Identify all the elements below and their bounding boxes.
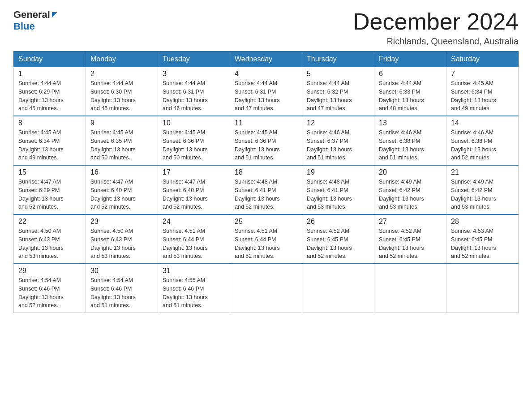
calendar-cell: 5Sunrise: 4:44 AMSunset: 6:32 PMDaylight… [302, 67, 374, 116]
day-number: 14 [451, 119, 514, 127]
calendar-cell: 23Sunrise: 4:50 AMSunset: 6:43 PMDayligh… [86, 214, 158, 264]
day-info: Sunrise: 4:49 AMSunset: 6:42 PMDaylight:… [379, 178, 442, 211]
day-info: Sunrise: 4:50 AMSunset: 6:43 PMDaylight:… [90, 227, 153, 261]
day-number: 13 [379, 119, 442, 127]
calendar-cell: 1Sunrise: 4:44 AMSunset: 6:29 PMDaylight… [14, 67, 86, 116]
calendar-cell: 16Sunrise: 4:47 AMSunset: 6:40 PMDayligh… [86, 165, 158, 214]
day-number: 22 [18, 218, 81, 226]
calendar-cell: 11Sunrise: 4:45 AMSunset: 6:36 PMDayligh… [230, 116, 302, 165]
calendar-cell [446, 264, 519, 313]
weekday-header-tuesday: Tuesday [158, 51, 230, 67]
day-number: 21 [451, 168, 514, 176]
day-number: 28 [451, 218, 514, 226]
logo-blue: Blue [13, 21, 35, 32]
day-number: 27 [379, 218, 442, 226]
calendar-cell [374, 264, 446, 313]
day-info: Sunrise: 4:52 AMSunset: 6:45 PMDaylight:… [307, 227, 369, 261]
calendar-cell: 15Sunrise: 4:47 AMSunset: 6:39 PMDayligh… [14, 165, 86, 214]
week-row-5: 29Sunrise: 4:54 AMSunset: 6:46 PMDayligh… [14, 264, 519, 313]
day-number: 8 [18, 119, 81, 127]
calendar-cell: 6Sunrise: 4:44 AMSunset: 6:33 PMDaylight… [374, 67, 446, 116]
day-number: 19 [307, 168, 369, 176]
weekday-header-monday: Monday [86, 51, 158, 67]
calendar-cell: 20Sunrise: 4:49 AMSunset: 6:42 PMDayligh… [374, 165, 446, 214]
day-number: 24 [163, 218, 225, 226]
week-row-2: 8Sunrise: 4:45 AMSunset: 6:34 PMDaylight… [14, 116, 519, 165]
day-info: Sunrise: 4:44 AMSunset: 6:29 PMDaylight:… [18, 79, 81, 113]
logo-text: General Blue [13, 9, 57, 32]
day-info: Sunrise: 4:55 AMSunset: 6:46 PMDaylight:… [163, 276, 225, 310]
day-number: 31 [163, 267, 225, 275]
logo: General Blue [13, 9, 57, 32]
calendar-cell: 18Sunrise: 4:48 AMSunset: 6:41 PMDayligh… [230, 165, 302, 214]
day-number: 12 [307, 119, 369, 127]
calendar-cell [230, 264, 302, 313]
day-info: Sunrise: 4:47 AMSunset: 6:40 PMDaylight:… [163, 178, 225, 211]
day-info: Sunrise: 4:45 AMSunset: 6:34 PMDaylight:… [451, 79, 514, 113]
day-info: Sunrise: 4:45 AMSunset: 6:35 PMDaylight:… [90, 128, 153, 162]
day-info: Sunrise: 4:45 AMSunset: 6:34 PMDaylight:… [18, 128, 81, 162]
day-info: Sunrise: 4:45 AMSunset: 6:36 PMDaylight:… [235, 128, 297, 162]
day-number: 29 [18, 267, 81, 275]
day-number: 25 [235, 218, 297, 226]
page-header: General Blue December 2024 Richlands, Qu… [13, 9, 519, 47]
day-number: 16 [90, 168, 153, 176]
day-info: Sunrise: 4:45 AMSunset: 6:36 PMDaylight:… [163, 128, 225, 162]
calendar-cell: 10Sunrise: 4:45 AMSunset: 6:36 PMDayligh… [158, 116, 230, 165]
day-info: Sunrise: 4:50 AMSunset: 6:43 PMDaylight:… [18, 227, 81, 261]
calendar-cell: 9Sunrise: 4:45 AMSunset: 6:35 PMDaylight… [86, 116, 158, 165]
day-info: Sunrise: 4:52 AMSunset: 6:45 PMDaylight:… [379, 227, 442, 261]
calendar-table: SundayMondayTuesdayWednesdayThursdayFrid… [13, 51, 519, 313]
weekday-header-sunday: Sunday [14, 51, 86, 67]
day-info: Sunrise: 4:46 AMSunset: 6:38 PMDaylight:… [379, 128, 442, 162]
month-title: December 2024 [353, 9, 519, 34]
calendar-cell [302, 264, 374, 313]
day-number: 18 [235, 168, 297, 176]
location-title: Richlands, Queensland, Australia [353, 36, 519, 47]
calendar-cell: 7Sunrise: 4:45 AMSunset: 6:34 PMDaylight… [446, 67, 519, 116]
calendar-cell: 17Sunrise: 4:47 AMSunset: 6:40 PMDayligh… [158, 165, 230, 214]
day-info: Sunrise: 4:44 AMSunset: 6:33 PMDaylight:… [379, 79, 442, 113]
calendar-cell: 29Sunrise: 4:54 AMSunset: 6:46 PMDayligh… [14, 264, 86, 313]
day-info: Sunrise: 4:47 AMSunset: 6:40 PMDaylight:… [90, 178, 153, 211]
calendar-cell: 27Sunrise: 4:52 AMSunset: 6:45 PMDayligh… [374, 214, 446, 264]
calendar-cell: 2Sunrise: 4:44 AMSunset: 6:30 PMDaylight… [86, 67, 158, 116]
calendar-header-row: SundayMondayTuesdayWednesdayThursdayFrid… [14, 51, 519, 67]
day-number: 26 [307, 218, 369, 226]
calendar-cell: 30Sunrise: 4:54 AMSunset: 6:46 PMDayligh… [86, 264, 158, 313]
logo-general: General [13, 9, 50, 21]
day-info: Sunrise: 4:46 AMSunset: 6:38 PMDaylight:… [451, 128, 514, 162]
day-number: 2 [90, 70, 153, 78]
weekday-header-saturday: Saturday [446, 51, 519, 67]
calendar-cell: 4Sunrise: 4:44 AMSunset: 6:31 PMDaylight… [230, 67, 302, 116]
weekday-header-thursday: Thursday [302, 51, 374, 67]
title-block: December 2024 Richlands, Queensland, Aus… [353, 9, 519, 47]
day-info: Sunrise: 4:48 AMSunset: 6:41 PMDaylight:… [235, 178, 297, 211]
day-info: Sunrise: 4:48 AMSunset: 6:41 PMDaylight:… [307, 178, 369, 211]
weekday-header-friday: Friday [374, 51, 446, 67]
day-info: Sunrise: 4:54 AMSunset: 6:46 PMDaylight:… [18, 276, 81, 310]
week-row-1: 1Sunrise: 4:44 AMSunset: 6:29 PMDaylight… [14, 67, 519, 116]
calendar-cell: 14Sunrise: 4:46 AMSunset: 6:38 PMDayligh… [446, 116, 519, 165]
day-info: Sunrise: 4:53 AMSunset: 6:45 PMDaylight:… [451, 227, 514, 261]
day-number: 23 [90, 218, 153, 226]
day-info: Sunrise: 4:44 AMSunset: 6:31 PMDaylight:… [235, 79, 297, 113]
day-number: 10 [163, 119, 225, 127]
calendar-cell: 26Sunrise: 4:52 AMSunset: 6:45 PMDayligh… [302, 214, 374, 264]
day-info: Sunrise: 4:54 AMSunset: 6:46 PMDaylight:… [90, 276, 153, 310]
calendar-cell: 19Sunrise: 4:48 AMSunset: 6:41 PMDayligh… [302, 165, 374, 214]
day-info: Sunrise: 4:51 AMSunset: 6:44 PMDaylight:… [235, 227, 297, 261]
day-info: Sunrise: 4:44 AMSunset: 6:30 PMDaylight:… [90, 79, 153, 113]
day-number: 11 [235, 119, 297, 127]
calendar-cell: 24Sunrise: 4:51 AMSunset: 6:44 PMDayligh… [158, 214, 230, 264]
weekday-header-wednesday: Wednesday [230, 51, 302, 67]
day-number: 5 [307, 70, 369, 78]
day-info: Sunrise: 4:44 AMSunset: 6:31 PMDaylight:… [163, 79, 225, 113]
calendar-cell: 13Sunrise: 4:46 AMSunset: 6:38 PMDayligh… [374, 116, 446, 165]
calendar-cell: 22Sunrise: 4:50 AMSunset: 6:43 PMDayligh… [14, 214, 86, 264]
day-number: 3 [163, 70, 225, 78]
day-number: 20 [379, 168, 442, 176]
day-number: 9 [90, 119, 153, 127]
day-number: 6 [379, 70, 442, 78]
calendar-cell: 31Sunrise: 4:55 AMSunset: 6:46 PMDayligh… [158, 264, 230, 313]
